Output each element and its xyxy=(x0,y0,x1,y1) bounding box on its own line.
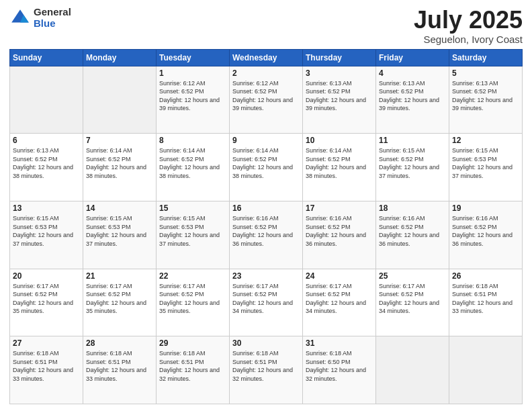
day-info: Sunrise: 6:17 AM Sunset: 6:52 PM Dayligh… xyxy=(159,282,226,316)
day-number: 4 xyxy=(379,68,446,78)
day-number: 20 xyxy=(13,271,80,281)
calendar-cell: 27Sunrise: 6:18 AM Sunset: 6:51 PM Dayli… xyxy=(10,336,83,404)
main-title: July 2025 xyxy=(414,7,523,34)
header: General Blue July 2025 Seguelon, Ivory C… xyxy=(9,7,523,45)
day-info: Sunrise: 6:12 AM Sunset: 6:52 PM Dayligh… xyxy=(232,79,300,113)
day-number: 16 xyxy=(232,203,300,213)
day-info: Sunrise: 6:15 AM Sunset: 6:53 PM Dayligh… xyxy=(452,146,519,180)
day-number: 22 xyxy=(159,271,226,281)
day-number: 3 xyxy=(306,68,373,78)
calendar-cell: 28Sunrise: 6:18 AM Sunset: 6:51 PM Dayli… xyxy=(83,336,157,404)
calendar-cell: 5Sunrise: 6:13 AM Sunset: 6:52 PM Daylig… xyxy=(449,66,523,134)
calendar-cell: 18Sunrise: 6:16 AM Sunset: 6:52 PM Dayli… xyxy=(376,201,449,269)
day-number: 2 xyxy=(232,68,300,78)
calendar-cell: 25Sunrise: 6:17 AM Sunset: 6:52 PM Dayli… xyxy=(376,269,449,336)
day-number: 7 xyxy=(86,136,153,145)
day-number: 18 xyxy=(379,203,446,213)
calendar-cell: 26Sunrise: 6:18 AM Sunset: 6:51 PM Dayli… xyxy=(449,269,523,336)
page: General Blue July 2025 Seguelon, Ivory C… xyxy=(0,0,532,411)
calendar-cell: 17Sunrise: 6:16 AM Sunset: 6:52 PM Dayli… xyxy=(303,201,376,269)
day-number: 31 xyxy=(306,338,373,348)
calendar-cell: 13Sunrise: 6:15 AM Sunset: 6:53 PM Dayli… xyxy=(10,201,83,269)
day-number: 26 xyxy=(452,271,519,281)
day-number: 14 xyxy=(86,203,153,213)
calendar-table: SundayMondayTuesdayWednesdayThursdayFrid… xyxy=(9,49,523,404)
day-info: Sunrise: 6:15 AM Sunset: 6:53 PM Dayligh… xyxy=(13,214,80,248)
calendar-cell: 8Sunrise: 6:14 AM Sunset: 6:52 PM Daylig… xyxy=(157,134,230,201)
day-number: 24 xyxy=(306,271,373,281)
day-number: 12 xyxy=(452,136,519,145)
day-number: 19 xyxy=(452,203,519,213)
day-info: Sunrise: 6:18 AM Sunset: 6:51 PM Dayligh… xyxy=(232,349,300,383)
day-number: 8 xyxy=(159,136,226,145)
day-number: 23 xyxy=(232,271,300,281)
day-number: 25 xyxy=(379,271,446,281)
weekday-header-saturday: Saturday xyxy=(449,49,523,66)
day-info: Sunrise: 6:12 AM Sunset: 6:52 PM Dayligh… xyxy=(159,79,226,113)
weekday-header-wednesday: Wednesday xyxy=(230,49,303,66)
calendar-cell: 24Sunrise: 6:17 AM Sunset: 6:52 PM Dayli… xyxy=(303,269,376,336)
calendar-cell: 22Sunrise: 6:17 AM Sunset: 6:52 PM Dayli… xyxy=(157,269,230,336)
weekday-header-friday: Friday xyxy=(376,49,449,66)
calendar-cell xyxy=(449,336,523,404)
day-info: Sunrise: 6:14 AM Sunset: 6:52 PM Dayligh… xyxy=(232,146,300,180)
calendar-cell: 30Sunrise: 6:18 AM Sunset: 6:51 PM Dayli… xyxy=(230,336,303,404)
day-info: Sunrise: 6:17 AM Sunset: 6:52 PM Dayligh… xyxy=(306,282,373,316)
logo-icon xyxy=(9,7,31,29)
logo-blue: Blue xyxy=(34,18,71,30)
subtitle: Seguelon, Ivory Coast xyxy=(414,34,523,45)
calendar-cell: 20Sunrise: 6:17 AM Sunset: 6:52 PM Dayli… xyxy=(10,269,83,336)
weekday-header-thursday: Thursday xyxy=(303,49,376,66)
calendar-week-4: 20Sunrise: 6:17 AM Sunset: 6:52 PM Dayli… xyxy=(10,269,523,336)
day-info: Sunrise: 6:17 AM Sunset: 6:52 PM Dayligh… xyxy=(86,282,153,316)
logo-general: General xyxy=(34,7,71,18)
day-info: Sunrise: 6:16 AM Sunset: 6:52 PM Dayligh… xyxy=(306,214,373,248)
day-info: Sunrise: 6:13 AM Sunset: 6:52 PM Dayligh… xyxy=(306,79,373,113)
day-info: Sunrise: 6:13 AM Sunset: 6:52 PM Dayligh… xyxy=(13,146,80,180)
weekday-header-row: SundayMondayTuesdayWednesdayThursdayFrid… xyxy=(10,49,523,66)
day-info: Sunrise: 6:17 AM Sunset: 6:52 PM Dayligh… xyxy=(13,282,80,316)
calendar-week-2: 6Sunrise: 6:13 AM Sunset: 6:52 PM Daylig… xyxy=(10,134,523,201)
day-info: Sunrise: 6:18 AM Sunset: 6:51 PM Dayligh… xyxy=(86,349,153,383)
weekday-header-sunday: Sunday xyxy=(10,49,83,66)
calendar-cell xyxy=(83,66,157,134)
calendar-cell: 2Sunrise: 6:12 AM Sunset: 6:52 PM Daylig… xyxy=(230,66,303,134)
day-number: 10 xyxy=(306,136,373,145)
calendar-cell: 11Sunrise: 6:15 AM Sunset: 6:52 PM Dayli… xyxy=(376,134,449,201)
day-info: Sunrise: 6:15 AM Sunset: 6:52 PM Dayligh… xyxy=(379,146,446,180)
weekday-header-tuesday: Tuesday xyxy=(157,49,230,66)
day-info: Sunrise: 6:17 AM Sunset: 6:52 PM Dayligh… xyxy=(379,282,446,316)
calendar-cell: 6Sunrise: 6:13 AM Sunset: 6:52 PM Daylig… xyxy=(10,134,83,201)
day-info: Sunrise: 6:15 AM Sunset: 6:53 PM Dayligh… xyxy=(159,214,226,248)
calendar-cell: 23Sunrise: 6:17 AM Sunset: 6:52 PM Dayli… xyxy=(230,269,303,336)
day-info: Sunrise: 6:14 AM Sunset: 6:52 PM Dayligh… xyxy=(86,146,153,180)
calendar-week-3: 13Sunrise: 6:15 AM Sunset: 6:53 PM Dayli… xyxy=(10,201,523,269)
logo: General Blue xyxy=(9,7,71,29)
calendar-week-1: 1Sunrise: 6:12 AM Sunset: 6:52 PM Daylig… xyxy=(10,66,523,134)
calendar-cell: 7Sunrise: 6:14 AM Sunset: 6:52 PM Daylig… xyxy=(83,134,157,201)
weekday-header-monday: Monday xyxy=(83,49,157,66)
day-number: 17 xyxy=(306,203,373,213)
calendar-cell xyxy=(376,336,449,404)
calendar-cell: 21Sunrise: 6:17 AM Sunset: 6:52 PM Dayli… xyxy=(83,269,157,336)
day-number: 11 xyxy=(379,136,446,145)
calendar-cell xyxy=(10,66,83,134)
day-number: 9 xyxy=(232,136,300,145)
day-info: Sunrise: 6:18 AM Sunset: 6:50 PM Dayligh… xyxy=(306,349,373,383)
title-section: July 2025 Seguelon, Ivory Coast xyxy=(414,7,523,45)
day-number: 30 xyxy=(232,338,300,348)
calendar-cell: 16Sunrise: 6:16 AM Sunset: 6:52 PM Dayli… xyxy=(230,201,303,269)
day-info: Sunrise: 6:13 AM Sunset: 6:52 PM Dayligh… xyxy=(452,79,519,113)
day-info: Sunrise: 6:16 AM Sunset: 6:52 PM Dayligh… xyxy=(452,214,519,248)
calendar-cell: 9Sunrise: 6:14 AM Sunset: 6:52 PM Daylig… xyxy=(230,134,303,201)
day-info: Sunrise: 6:18 AM Sunset: 6:51 PM Dayligh… xyxy=(452,282,519,316)
day-info: Sunrise: 6:14 AM Sunset: 6:52 PM Dayligh… xyxy=(159,146,226,180)
logo-text: General Blue xyxy=(34,7,71,29)
day-number: 6 xyxy=(13,136,80,145)
calendar-cell: 10Sunrise: 6:14 AM Sunset: 6:52 PM Dayli… xyxy=(303,134,376,201)
day-number: 27 xyxy=(13,338,80,348)
calendar-cell: 1Sunrise: 6:12 AM Sunset: 6:52 PM Daylig… xyxy=(157,66,230,134)
day-info: Sunrise: 6:16 AM Sunset: 6:52 PM Dayligh… xyxy=(379,214,446,248)
calendar-cell: 14Sunrise: 6:15 AM Sunset: 6:53 PM Dayli… xyxy=(83,201,157,269)
day-info: Sunrise: 6:18 AM Sunset: 6:51 PM Dayligh… xyxy=(159,349,226,383)
